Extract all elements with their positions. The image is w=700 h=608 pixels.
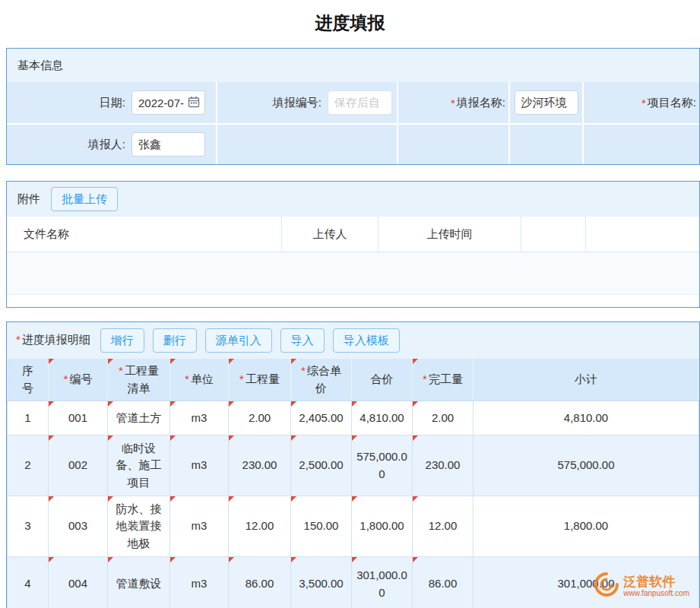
corner-mark <box>170 557 176 562</box>
corner-mark <box>229 496 234 502</box>
required-mark: * <box>16 333 21 346</box>
corner-mark <box>413 435 418 441</box>
cell-unit-price[interactable]: 150.00 <box>291 496 352 557</box>
cell-completed[interactable]: 2.00 <box>413 401 474 435</box>
corner-mark <box>352 435 357 441</box>
import-button[interactable]: 导入 <box>280 328 325 353</box>
column-subtotal: 小计 <box>474 359 699 401</box>
report-no-field-cell: 填报编号: 保存后自 <box>217 82 398 123</box>
column-total-price: 合价 <box>352 359 413 401</box>
corner-mark <box>291 359 296 364</box>
cell-unit[interactable]: m3 <box>170 435 229 496</box>
empty-cell <box>510 125 584 164</box>
cell-subtotal: 301,000.00 <box>474 557 699 608</box>
corner-mark <box>49 557 54 562</box>
cell-code[interactable]: 004 <box>49 557 108 608</box>
corner-mark <box>291 557 296 562</box>
corner-mark <box>49 359 54 364</box>
column-item: *工程量清单 <box>108 359 170 401</box>
cell-code[interactable]: 003 <box>49 496 108 557</box>
basic-info-header: 基本信息 <box>17 59 63 73</box>
corner-mark <box>49 496 54 502</box>
filler-label: 填报人: <box>7 138 125 152</box>
column-file-name: 文件名称 <box>7 217 282 252</box>
cell-completed[interactable]: 12.00 <box>413 496 474 557</box>
report-name-input[interactable]: 沙河环境 <box>515 90 578 115</box>
corner-mark <box>413 557 418 562</box>
batch-upload-button[interactable]: 批量上传 <box>51 187 118 211</box>
empty-cell <box>584 125 699 164</box>
cell-seq: 3 <box>8 496 49 557</box>
attachments-empty-body <box>7 252 699 295</box>
column-code: *编号 <box>49 359 108 401</box>
cell-total-price: 301,000.00 <box>352 557 413 608</box>
cell-subtotal: 4,810.00 <box>474 401 699 435</box>
cell-seq: 2 <box>8 435 49 496</box>
column-quantity: *工程量 <box>229 359 291 401</box>
page-title: 进度填报 <box>0 0 700 48</box>
cell-code[interactable]: 001 <box>49 401 108 435</box>
corner-mark <box>229 359 234 364</box>
cell-completed[interactable]: 86.00 <box>413 557 474 608</box>
delete-row-button[interactable]: 删行 <box>153 328 197 353</box>
import-template-button[interactable]: 导入模板 <box>333 328 400 353</box>
cell-quantity[interactable]: 230.00 <box>229 435 291 496</box>
details-title: *进度填报明细 <box>16 333 90 347</box>
report-name-label: 填报名称: <box>457 96 505 110</box>
date-label: 日期: <box>7 96 125 110</box>
corner-mark <box>170 401 176 407</box>
report-no-label: 填报编号: <box>217 96 321 110</box>
cell-completed[interactable]: 230.00 <box>413 435 474 496</box>
column-empty <box>586 217 699 252</box>
report-name-value: 沙河环境 <box>521 96 567 110</box>
empty-cell <box>217 125 398 164</box>
details-panel: *进度填报明细 增行 删行 源单引入 导入 导入模板 序号 *编号 *工程量清单… <box>6 321 700 608</box>
date-input[interactable]: 2022-07- <box>131 90 205 115</box>
basic-info-header-bar: 基本信息 <box>7 49 699 82</box>
corner-mark <box>352 557 357 562</box>
column-unit-price: *综合单价 <box>291 359 352 401</box>
details-table: 序号 *编号 *工程量清单 *单位 *工程量 *综合单价 合价 *完工量 小计 … <box>7 358 699 608</box>
cell-item[interactable]: 防水、接地装置接地极 <box>108 496 170 557</box>
add-row-button[interactable]: 增行 <box>100 328 144 353</box>
source-import-button[interactable]: 源单引入 <box>205 328 272 353</box>
corner-mark <box>49 401 54 407</box>
cell-item[interactable]: 管道敷设 <box>108 557 170 608</box>
attachments-table-header: 文件名称 上传人 上传时间 <box>7 217 699 252</box>
cell-code[interactable]: 002 <box>49 435 108 496</box>
corner-mark <box>108 557 113 562</box>
column-empty <box>521 217 586 252</box>
filler-input[interactable]: 张鑫 <box>131 132 205 157</box>
empty-cell <box>398 125 510 164</box>
cell-unit[interactable]: m3 <box>170 401 229 435</box>
cell-quantity[interactable]: 2.00 <box>229 401 291 435</box>
date-field-cell: 日期: 2022-07- <box>7 82 217 123</box>
cell-item[interactable]: 管道土方 <box>108 401 170 435</box>
cell-unit-price[interactable]: 2,405.00 <box>291 401 352 435</box>
basic-info-row-2: 填报人: 张鑫 <box>7 123 699 164</box>
corner-mark <box>291 496 296 502</box>
cell-quantity[interactable]: 86.00 <box>229 557 291 608</box>
cell-unit[interactable]: m3 <box>170 557 229 608</box>
calendar-icon <box>188 96 200 110</box>
cell-total-price: 1,800.00 <box>352 496 413 557</box>
cell-quantity[interactable]: 12.00 <box>229 496 291 557</box>
corner-mark <box>291 435 296 441</box>
report-name-input-cell: 沙河环境 <box>510 82 584 123</box>
corner-mark <box>229 557 234 562</box>
cell-unit[interactable]: m3 <box>170 496 229 557</box>
attachments-header-bar: 附件 批量上传 <box>7 182 699 217</box>
cell-unit-price[interactable]: 3,500.00 <box>291 557 352 608</box>
table-row: 1 001 管道土方 m3 2.00 2,405.00 4,810.00 2.0… <box>8 401 699 435</box>
cell-subtotal: 1,800.00 <box>474 496 699 557</box>
cell-seq: 1 <box>8 401 49 435</box>
project-name-label: 项目名称: <box>648 96 696 110</box>
attachments-footer <box>7 295 699 307</box>
table-row: 4 004 管道敷设 m3 86.00 3,500.00 301,000.00 … <box>8 557 699 608</box>
corner-mark <box>170 496 176 502</box>
cell-unit-price[interactable]: 2,500.00 <box>291 435 352 496</box>
corner-mark <box>108 496 113 502</box>
cell-item[interactable]: 临时设备、施工项目 <box>108 435 170 496</box>
cell-total-price: 4,810.00 <box>352 401 413 435</box>
corner-mark <box>291 401 296 407</box>
